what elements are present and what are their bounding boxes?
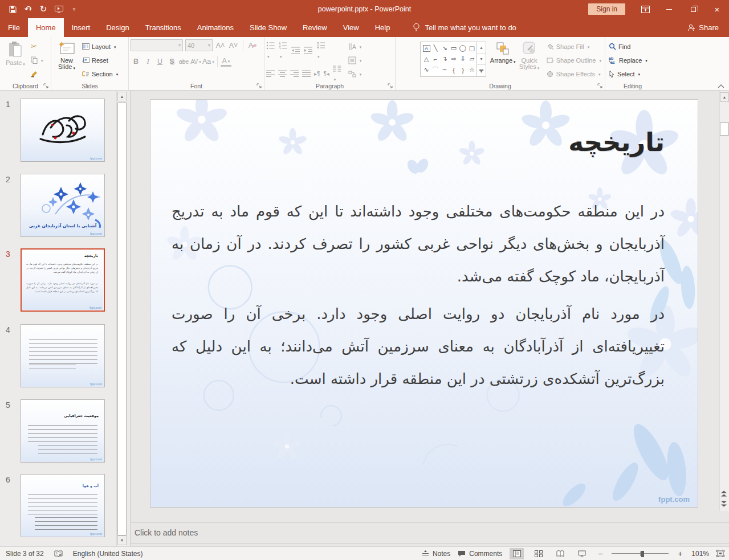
slide-sorter-view-button[interactable] (531, 548, 545, 559)
change-case-button[interactable]: Aa (202, 56, 214, 67)
underline-button[interactable]: U (154, 56, 165, 67)
decrease-indent-button[interactable] (291, 46, 300, 55)
line-icon[interactable]: ╲ (431, 43, 440, 54)
align-right-button[interactable] (290, 70, 299, 77)
italic-button[interactable]: I (142, 56, 153, 67)
shapes-scroll-down-button[interactable]: ▼ (477, 54, 486, 65)
convert-to-smartart-button[interactable] (347, 68, 364, 80)
slide-thumbnail-3-selected[interactable]: تاریخچه در این منطقه حکومت‌های مختلفی وج… (21, 248, 105, 312)
align-left-button[interactable] (266, 70, 275, 77)
align-text-button[interactable] (347, 54, 364, 66)
fit-slide-to-window-button[interactable] (716, 550, 724, 557)
increase-font-size-button[interactable]: A˄ (215, 40, 226, 51)
align-center-button[interactable] (278, 70, 287, 77)
start-from-beginning-button[interactable] (53, 3, 64, 15)
tab-view[interactable]: View (335, 18, 367, 37)
text-box-icon[interactable]: A (422, 43, 431, 54)
quick-styles-button[interactable]: Quick Styles (516, 39, 542, 79)
down-arrow-icon[interactable]: ⇩ (458, 54, 467, 64)
slide-counter[interactable]: Slide 3 of 32 (6, 550, 44, 558)
select-button[interactable]: Select (607, 68, 649, 80)
strikethrough-button[interactable]: abc (178, 56, 189, 67)
zoom-in-button[interactable]: + (676, 549, 684, 558)
editor-scrollbar[interactable]: ▲ (719, 91, 729, 511)
undo-button[interactable]: ↶▾ (22, 3, 34, 15)
text-shadow-button[interactable]: S (166, 56, 177, 67)
slide-thumbnail-1[interactable]: fppt.com (21, 99, 105, 162)
zoom-slider[interactable] (612, 550, 669, 558)
replace-button[interactable]: abac Replace (607, 54, 649, 66)
editor-scrollbar-thumb[interactable] (720, 122, 729, 136)
right-arrow-icon[interactable]: ⇨ (449, 54, 458, 64)
thumbnail-scroll-up-button[interactable]: ▲ (117, 92, 127, 101)
right-brace-icon[interactable]: } (458, 64, 467, 75)
tab-transitions[interactable]: Transitions (137, 18, 189, 37)
text-direction-button[interactable]: A (347, 40, 364, 52)
clipboard-dialog-launcher[interactable] (43, 83, 49, 89)
tab-design[interactable]: Design (98, 18, 137, 37)
tab-help[interactable]: Help (367, 18, 398, 37)
shape-outline-button[interactable]: Shape Outline (545, 54, 603, 66)
curve-icon[interactable]: ∼ (440, 64, 449, 75)
tab-insert[interactable]: Insert (64, 18, 99, 37)
cut-button[interactable]: ✂ (29, 40, 45, 52)
shape-fill-button[interactable]: Shape Fill (545, 40, 603, 52)
thumbnail-scrollbar-thumb[interactable] (117, 103, 127, 536)
paste-button[interactable]: Paste (2, 39, 29, 79)
elbow-arrow-connector-icon[interactable]: ↴ (440, 54, 449, 64)
ribbon-display-options-button[interactable] (633, 0, 657, 18)
tab-file[interactable]: File (0, 18, 28, 37)
collapse-ribbon-button[interactable] (718, 84, 724, 88)
reading-view-button[interactable] (553, 548, 567, 559)
tell-me-box[interactable]: Tell me what you want to do (413, 18, 516, 37)
font-name-combobox[interactable]: ▾ (131, 39, 183, 51)
numbering-button[interactable] (279, 41, 287, 60)
close-button[interactable]: × (705, 0, 729, 18)
spell-check-icon[interactable] (54, 550, 63, 558)
oval-icon[interactable]: ◯ (458, 43, 467, 54)
notes-placeholder[interactable]: Click to add notes (135, 528, 198, 537)
find-button[interactable]: Find (607, 40, 649, 52)
comments-toggle-button[interactable]: Comments (458, 550, 502, 558)
tab-slide-show[interactable]: Slide Show (242, 18, 295, 37)
thumbnail-scroll-down-button[interactable]: ▼ (117, 536, 127, 545)
zoom-out-button[interactable]: − (596, 549, 604, 558)
paragraph-dialog-launcher[interactable] (388, 83, 393, 89)
slide-show-button[interactable] (575, 548, 589, 559)
tab-review[interactable]: Review (295, 18, 335, 37)
star-icon[interactable]: ☆ (467, 64, 477, 75)
slide-thumbnail-5[interactable]: موقعیت جغرافیایی fppt.com (21, 399, 105, 463)
normal-view-button[interactable] (510, 548, 524, 559)
editor-scroll-up-button[interactable]: ▲ (720, 92, 729, 102)
arc-icon[interactable]: ⌒ (431, 64, 440, 75)
line-spacing-button[interactable] (316, 41, 325, 60)
slide-canvas[interactable]: تاریخچه در این منطقه حکومت‌های مختلفی وج… (150, 99, 698, 508)
customize-qat-dropdown-icon[interactable]: ▿ (68, 3, 80, 15)
rectangle-icon[interactable]: ▭ (449, 43, 458, 54)
slide-body-textbox[interactable]: در این منطقه حکومت‌های مختلفی وجود داشته… (172, 195, 665, 400)
shapes-gallery[interactable]: A ╲ ↘ ▭ ◯ ▢ △ ⌐ ↴ ⇨ ⇩ ▱ ∿ ⌒ ∼ { } (420, 42, 477, 77)
shape-effects-button[interactable]: Shape Effects (545, 68, 603, 80)
minimize-button[interactable] (657, 0, 681, 18)
shapes-scroll-up-button[interactable]: ▲ (477, 42, 486, 54)
previous-slide-button[interactable] (720, 489, 728, 498)
thumbnail-panel-scrollbar[interactable]: ▲ ▼ (116, 91, 127, 546)
ltr-text-direction-button[interactable]: ▸¶ (314, 71, 320, 77)
language-indicator[interactable]: English (United States) (73, 550, 143, 558)
new-slide-button[interactable]: New Slide (53, 39, 80, 79)
undo-dropdown-icon[interactable]: ▾ (29, 7, 31, 12)
arrow-icon[interactable]: ↘ (440, 43, 449, 54)
reset-button[interactable]: Reset (80, 54, 120, 66)
elbow-connector-icon[interactable]: ⌐ (431, 54, 440, 64)
columns-button[interactable] (333, 65, 341, 83)
save-icon[interactable] (7, 3, 18, 15)
slide-thumbnail-2[interactable]: آشنایی با استان آذربایجان غربی fppt.com (21, 174, 105, 237)
justify-button[interactable] (302, 70, 311, 77)
slide-thumbnail-6[interactable]: آب و هوا fppt.com (21, 474, 105, 537)
restore-button[interactable] (681, 0, 705, 18)
rounded-rectangle-icon[interactable]: ▢ (467, 43, 477, 54)
zoom-slider-handle[interactable] (641, 551, 644, 557)
layout-button[interactable]: Layout (80, 40, 120, 52)
zoom-level[interactable]: 101% (691, 550, 709, 558)
repeat-button[interactable]: ↻ (38, 3, 49, 15)
